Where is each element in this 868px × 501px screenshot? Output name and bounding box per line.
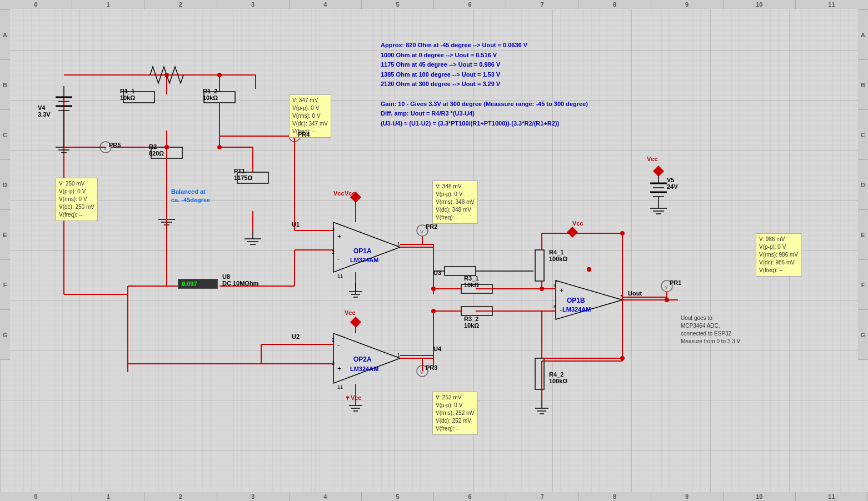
svg-text:6: 6 xyxy=(553,304,556,309)
pr3-annotation: V: 252 mV V(p-p): 0 V V(rms): 252 mV V(d… xyxy=(432,392,478,435)
pr3-label: PR3 xyxy=(426,364,437,371)
op2a-label: OP2A xyxy=(353,355,372,363)
svg-text:2: 2 xyxy=(332,337,335,343)
svg-rect-99 xyxy=(445,267,476,275)
svg-rect-104 xyxy=(535,250,544,281)
r2-label: R2 820Ω xyxy=(149,143,164,157)
v4-label: V4 3.3V xyxy=(38,104,51,118)
lm324am-u4-label: LM324AM xyxy=(350,365,378,372)
svg-text:+: + xyxy=(337,365,341,373)
op1b-label: OP1B xyxy=(567,297,585,304)
u1-label: U1 xyxy=(292,221,300,228)
pt1-label: PT1 1175Ω xyxy=(234,168,252,181)
pr1-annotation: V: 986 mV V(p-p): 0 V V(rms): 986 mV V(d… xyxy=(756,233,801,277)
approx-annotation: Approx: 820 Ohm at -45 degree --> Uout =… xyxy=(378,39,734,130)
svg-text:5: 5 xyxy=(553,283,556,288)
vcc-label-top-right: Vcc xyxy=(647,156,658,162)
svg-point-147 xyxy=(587,267,591,272)
svg-point-177 xyxy=(431,287,436,291)
svg-marker-137 xyxy=(350,317,361,328)
r3-1-label: R3_1 10kΩ xyxy=(464,275,479,288)
pr4-annotation: V: 347 mV V(p-p): 0 V V(rms): 0 V V(dc):… xyxy=(289,94,331,138)
svg-rect-105 xyxy=(535,358,544,389)
r3-2-label: R3_2 10kΩ xyxy=(464,315,479,329)
r1-2-label: R1_2 10kΩ xyxy=(203,88,218,101)
u8-meter: 0.097 xyxy=(178,279,218,289)
vcc-label-2: Vcc xyxy=(345,309,356,316)
balanced-label: Balanced atca. -45degree xyxy=(171,188,210,205)
svg-marker-120 xyxy=(556,280,622,319)
svg-point-178 xyxy=(431,309,436,313)
svg-point-142 xyxy=(164,73,169,77)
r4-2-label: R4_2 100kΩ xyxy=(549,371,567,384)
r4-1-label: R4_1 100kΩ xyxy=(549,249,567,262)
svg-text:+: + xyxy=(337,233,341,241)
pr2-annotation: V: 348 mV V(p-p): 0 V V(rms): 348 mV V(d… xyxy=(432,181,478,224)
pr4-label: PR4 xyxy=(298,131,310,138)
lm324am-u3-label: LM324AM xyxy=(350,257,378,263)
svg-text:2: 2 xyxy=(332,249,335,255)
lm324am-op1b-label: LM324AM xyxy=(562,306,591,313)
svg-point-143 xyxy=(217,73,222,77)
pr5-label: PR5 xyxy=(109,142,121,148)
uout-note: Uout goes toMCP3464 ADC,connected to ESP… xyxy=(681,314,740,345)
svg-text:3: 3 xyxy=(332,227,335,232)
svg-text:1: 1 xyxy=(397,352,400,358)
svg-text:1: 1 xyxy=(397,241,400,247)
svg-text:11: 11 xyxy=(337,384,343,390)
u2-label: U2 xyxy=(292,333,300,340)
svg-text:V: V xyxy=(665,284,668,290)
svg-text:V: V xyxy=(420,229,423,234)
svg-marker-139 xyxy=(653,166,664,177)
svg-point-192 xyxy=(570,231,575,236)
pr1-label: PR1 xyxy=(670,279,681,286)
pr5-annotation: V: 250 mV V(p-p): 0 V V(rms): 0 V V(dc):… xyxy=(56,178,98,221)
svg-point-141 xyxy=(217,145,222,149)
svg-text:-: - xyxy=(337,255,340,263)
svg-text:-: - xyxy=(560,306,562,314)
uout-label: Uout xyxy=(628,290,642,297)
svg-text:3: 3 xyxy=(332,360,335,366)
svg-text:+: + xyxy=(560,287,563,294)
r1-1-label: R1_1 10kΩ xyxy=(120,88,135,101)
v5-label: V5 24V xyxy=(667,177,678,190)
u4-label: U4 xyxy=(433,345,441,352)
vcc-label-1: Vcc xyxy=(345,190,356,197)
pr2-label: PR2 xyxy=(426,223,437,230)
svg-text:11: 11 xyxy=(337,273,343,279)
svg-text:-: - xyxy=(337,341,340,349)
op1a-label: OP1A xyxy=(353,247,372,255)
svg-point-171 xyxy=(665,298,669,302)
svg-text:V: V xyxy=(103,146,107,151)
vcc-label-3: Vcc xyxy=(572,220,583,227)
u3-label: U3 xyxy=(433,269,441,276)
u8-label: U8 DC 10MOhm xyxy=(222,273,258,287)
